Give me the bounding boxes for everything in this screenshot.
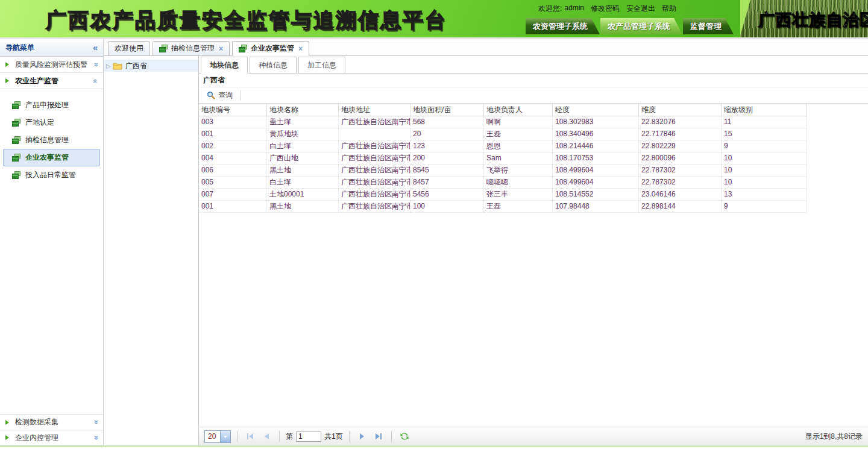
- grid-cell: 20: [410, 128, 484, 140]
- tab-sampling-info[interactable]: 抽检信息管理 ×: [153, 41, 230, 56]
- grid-cell: 005: [199, 177, 267, 189]
- change-password-link[interactable]: 修改密码: [591, 4, 620, 14]
- grid-cell: 006: [199, 165, 267, 177]
- help-link[interactable]: 帮助: [662, 4, 676, 14]
- grid-cell: 22.717846: [639, 128, 722, 140]
- grid-cell: 22.787302: [639, 177, 722, 189]
- grid-cell: 广西壮族自治区南宁市: [339, 201, 410, 213]
- sidebar-item-sampling-info[interactable]: 抽检信息管理: [3, 131, 100, 149]
- sidebar-item-origin-certification[interactable]: 产地认定: [3, 114, 100, 131]
- grid-cell: 23.046146: [639, 189, 722, 201]
- first-page-icon[interactable]: [244, 430, 257, 442]
- logout-link[interactable]: 安全退出: [626, 4, 655, 14]
- grid-cell: 啊啊: [484, 116, 553, 128]
- column-header[interactable]: 地块面积/亩: [410, 104, 484, 116]
- sidebar-item-enterprise-farming[interactable]: 企业农事监管: [3, 149, 100, 166]
- prev-page-icon[interactable]: [260, 430, 273, 442]
- close-icon[interactable]: ×: [219, 45, 223, 53]
- tab-welcome[interactable]: 欢迎使用: [108, 41, 150, 56]
- last-page-icon[interactable]: [372, 430, 385, 442]
- grid-body: 003盖土墠广西壮族自治区南宁市568啊啊108.30298322.832076…: [199, 116, 807, 213]
- document-tabstrip: 欢迎使用 抽检信息管理 × 企业农事监管 ×: [104, 39, 868, 56]
- green-stack-icon: [12, 154, 21, 162]
- subtab-planting-info[interactable]: 种植信息: [250, 57, 297, 74]
- grid-cell: 22.787302: [639, 165, 722, 177]
- refresh-icon[interactable]: [398, 430, 411, 442]
- table-row[interactable]: 006黑土地广西壮族自治区南宁市8545飞举得108.49960422.7873…: [199, 165, 807, 177]
- grid-cell: 22.800096: [639, 152, 722, 165]
- green-arrow-icon: [5, 78, 11, 83]
- green-arrow-icon: [5, 62, 11, 67]
- page-number-input[interactable]: [296, 432, 321, 442]
- username: admin: [564, 4, 584, 14]
- table-row[interactable]: 001黄瓜地块20王磊108.34049622.71784615: [199, 128, 807, 140]
- grid-cell: 广西山地: [267, 152, 339, 165]
- grid-cell: 108.302983: [553, 116, 639, 128]
- table-row[interactable]: 003盖土墠广西壮族自治区南宁市568啊啊108.30298322.832076…: [199, 116, 807, 128]
- table-row[interactable]: 007土地00001广西壮族自治区南宁市5456张三丰108.51455223.…: [199, 189, 807, 201]
- subtab-processing-info[interactable]: 加工信息: [298, 57, 345, 74]
- page-prefix: 第: [286, 432, 293, 442]
- grid-cell: 8545: [410, 165, 484, 177]
- next-page-icon[interactable]: [356, 430, 369, 442]
- chevron-double-down-icon[interactable]: «: [91, 435, 100, 439]
- grid-cell: 007: [199, 189, 267, 201]
- grid-cell: 15: [722, 128, 807, 140]
- system-tabs: 农资管理子系统 农产品管理子系统 监督管理: [526, 18, 734, 34]
- record-count-status: 显示1到8,共8记录: [805, 432, 863, 442]
- grid-cell: 5456: [410, 189, 484, 201]
- grid-cell: 白土墠: [267, 140, 339, 152]
- green-arrow-icon: [5, 420, 11, 425]
- chevron-double-down-icon[interactable]: «: [91, 420, 100, 424]
- system-tab-nongchanpin[interactable]: 农产品管理子系统: [600, 18, 682, 34]
- grid-cell: 200: [410, 152, 484, 165]
- page-size-select[interactable]: 20: [204, 430, 231, 443]
- green-stack-icon: [12, 119, 21, 127]
- grid-cell: 100: [410, 201, 484, 213]
- grid-cell: 10: [722, 165, 807, 177]
- main-area: 导航菜单 « 质量风险监测评估预警 « 农业生产监管 « 产品申报处理: [0, 37, 868, 445]
- grid-cell: 8457: [410, 177, 484, 189]
- grid-cell: 001: [199, 201, 267, 213]
- grid-cell: 10: [722, 177, 807, 189]
- close-icon[interactable]: ×: [298, 45, 303, 53]
- sidebar-section-detection-data[interactable]: 检测数据采集 «: [0, 414, 103, 430]
- sidebar-item-input-supervision[interactable]: 投入品日常监管: [3, 166, 100, 184]
- tree-expander-icon[interactable]: ▷: [106, 63, 111, 69]
- content-panel: 地块信息 种植信息 加工信息 广西省 查询: [199, 56, 868, 445]
- chevron-double-up-icon[interactable]: «: [91, 78, 100, 83]
- grid-cell: 108.499604: [553, 177, 639, 189]
- dropdown-arrow-icon[interactable]: [220, 431, 230, 442]
- column-header[interactable]: 缩放级别: [722, 104, 807, 116]
- table-row[interactable]: 001黑土地广西壮族自治区南宁市100王磊107.9844822.8981449: [199, 201, 807, 213]
- subtab-plot-info[interactable]: 地块信息: [201, 57, 248, 74]
- sidebar-section-production[interactable]: 农业生产监管 «: [0, 73, 103, 89]
- sidebar-collapse-icon[interactable]: «: [93, 43, 98, 52]
- table-row[interactable]: 004广西山地广西壮族自治区南宁市200Sam108.17075322.8000…: [199, 152, 807, 165]
- column-header[interactable]: 经度: [553, 104, 639, 116]
- tab-enterprise-farming[interactable]: 企业农事监管 ×: [232, 41, 309, 56]
- grid-cell: 广西壮族自治区南宁市: [339, 152, 410, 165]
- column-header[interactable]: 维度: [639, 104, 722, 116]
- chevron-double-down-icon[interactable]: «: [91, 62, 100, 66]
- grid-cell: 22.898144: [639, 201, 722, 213]
- sidebar-section-internal-control[interactable]: 企业内控管理 «: [0, 430, 103, 445]
- sidebar-item-product-declaration[interactable]: 产品申报处理: [3, 96, 100, 114]
- grid-cell: 广西壮族自治区南宁市: [339, 177, 410, 189]
- column-header[interactable]: 地块编号: [199, 104, 267, 116]
- system-tab-nongzi[interactable]: 农资管理子系统: [526, 18, 600, 34]
- region-banner-text: 广西壮族自治区: [758, 9, 868, 31]
- sidebar-section-risk-warning[interactable]: 质量风险监测评估预警 «: [0, 57, 103, 73]
- column-header[interactable]: 地块名称: [267, 104, 339, 116]
- table-row[interactable]: 002白土墠广西壮族自治区南宁市123恩恩108.21444622.802229…: [199, 140, 807, 152]
- tree-node-guangxi[interactable]: ▷ 广西省: [104, 60, 198, 72]
- column-header[interactable]: 地块负责人: [484, 104, 553, 116]
- query-button[interactable]: 查询: [202, 89, 237, 102]
- green-stack-icon: [12, 136, 21, 144]
- grid-cell: 002: [199, 140, 267, 152]
- system-tab-jiandu[interactable]: 监督管理: [683, 18, 734, 34]
- grid-cell: 108.340496: [553, 128, 639, 140]
- table-row[interactable]: 005白土墠广西壮族自治区南宁市8457嗯嗯嗯108.49960422.7873…: [199, 177, 807, 189]
- column-header[interactable]: 地块地址: [339, 104, 410, 116]
- green-stack-icon: [239, 45, 248, 52]
